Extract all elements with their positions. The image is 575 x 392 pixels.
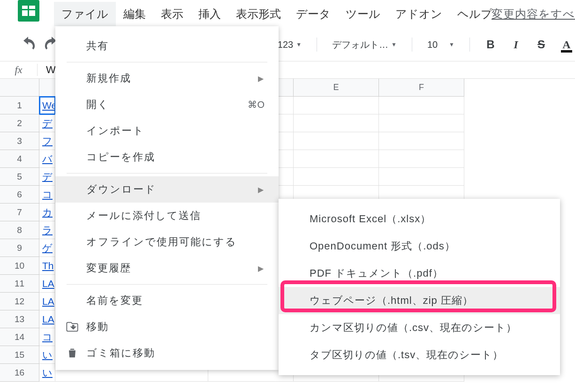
separator <box>469 38 470 52</box>
menu-email-attachment[interactable]: メールに添付して送信 <box>55 203 279 229</box>
cell[interactable]: We <box>39 97 55 114</box>
row-header[interactable]: 4 <box>0 150 39 168</box>
menu-addons[interactable]: アドオン <box>388 2 450 26</box>
cell[interactable] <box>379 150 464 168</box>
formula-input[interactable]: W <box>38 64 56 76</box>
cell[interactable]: フ <box>39 132 55 150</box>
row-header[interactable]: 6 <box>0 186 39 204</box>
font-label: デフォルト… <box>332 38 388 51</box>
cell[interactable] <box>379 132 464 150</box>
cell[interactable]: LA <box>39 310 55 328</box>
menu-tools[interactable]: ツール <box>338 2 388 26</box>
submenu-arrow-icon: ▶ <box>258 74 265 83</box>
menu-move[interactable]: 移動 <box>55 314 279 340</box>
menu-share[interactable]: 共有 <box>55 33 279 59</box>
number-format-label: 123 <box>278 39 293 50</box>
cell[interactable] <box>379 168 464 186</box>
cell[interactable] <box>294 97 379 114</box>
cell[interactable] <box>379 114 464 132</box>
download-ods[interactable]: OpenDocument 形式（.ods） <box>279 233 560 260</box>
cell[interactable]: バ <box>39 150 55 168</box>
row-header[interactable]: 9 <box>0 239 39 257</box>
menu-new[interactable]: 新規作成▶ <box>55 65 279 91</box>
separator <box>412 38 412 52</box>
cell[interactable]: ゲ <box>39 239 55 257</box>
row-header[interactable]: 14 <box>0 328 39 346</box>
menu-make-copy[interactable]: コピーを作成 <box>55 144 279 170</box>
menu-offline[interactable]: オフラインで使用可能にする <box>55 229 279 255</box>
text-color-button[interactable]: A <box>558 36 575 53</box>
shortcut-label: ⌘O <box>248 99 265 110</box>
chevron-down-icon: ▼ <box>391 41 397 48</box>
cell[interactable] <box>294 132 379 150</box>
cell[interactable] <box>379 97 464 114</box>
download-tsv[interactable]: タブ区切りの値（.tsv、現在のシート） <box>279 341 560 369</box>
row-header[interactable]: 16 <box>0 364 39 382</box>
download-pdf[interactable]: PDF ドキュメント（.pdf） <box>279 260 560 287</box>
submenu-arrow-icon: ▶ <box>258 185 265 194</box>
download-xlsx[interactable]: Microsoft Excel（.xlsx） <box>279 205 560 233</box>
menu-data[interactable]: データ <box>288 2 338 26</box>
menu-file[interactable]: ファイル <box>54 2 116 26</box>
submenu-arrow-icon: ▶ <box>258 264 265 273</box>
bold-button[interactable]: B <box>482 36 499 53</box>
menubar: ファイル 編集 表示 挿入 表示形式 データ ツール アドオン ヘルプ <box>54 4 500 24</box>
cell[interactable]: ラ <box>39 221 55 239</box>
italic-button[interactable]: I <box>507 36 524 53</box>
cell[interactable]: い <box>39 364 55 382</box>
number-format-dropdown[interactable]: 123 ▼ <box>275 39 304 50</box>
trash-icon <box>66 347 79 360</box>
separator <box>67 62 267 62</box>
menu-edit[interactable]: 編集 <box>116 2 153 26</box>
row-header[interactable]: 7 <box>0 204 39 221</box>
fx-icon: fx <box>0 64 38 76</box>
separator <box>67 284 267 285</box>
column-header-f[interactable]: F <box>379 79 464 97</box>
download-html[interactable]: ウェブページ（.html、zip 圧縮） <box>279 287 560 314</box>
menu-view[interactable]: 表示 <box>153 2 191 26</box>
cell[interactable] <box>294 150 379 168</box>
cell[interactable]: コ <box>39 328 55 346</box>
column-header-e[interactable]: E <box>294 79 379 97</box>
cell[interactable]: Th <box>39 257 55 275</box>
font-size-dropdown[interactable]: 10 ▼ <box>424 39 457 50</box>
font-dropdown[interactable]: デフォルト… ▼ <box>329 38 400 51</box>
select-all-corner[interactable] <box>0 79 39 97</box>
changes-saved-link[interactable]: 変更内容をすべ <box>492 7 575 22</box>
undo-icon[interactable] <box>19 35 38 54</box>
font-size-label: 10 <box>427 39 438 50</box>
row-header[interactable]: 13 <box>0 310 39 328</box>
chevron-down-icon: ▼ <box>296 41 302 48</box>
cell[interactable]: い <box>39 346 55 364</box>
menu-version-history[interactable]: 変更履歴▶ <box>55 255 279 281</box>
cell[interactable] <box>294 114 379 132</box>
menu-trash[interactable]: ゴミ箱に移動 <box>55 340 279 366</box>
cell[interactable]: デ <box>39 168 55 186</box>
row-header[interactable]: 12 <box>0 293 39 310</box>
menu-download[interactable]: ダウンロード▶ <box>55 176 279 203</box>
cell[interactable]: LA <box>39 275 55 293</box>
row-header[interactable]: 2 <box>0 114 39 132</box>
menu-insert[interactable]: 挿入 <box>191 2 228 26</box>
sheets-logo-icon[interactable] <box>18 0 39 22</box>
cell[interactable]: LA <box>39 293 55 310</box>
strikethrough-button[interactable]: S <box>533 36 550 53</box>
cell[interactable]: カ <box>39 204 55 221</box>
menu-open[interactable]: 開く⌘O <box>55 91 279 118</box>
cell[interactable]: コ <box>39 186 55 204</box>
cell[interactable] <box>294 168 379 186</box>
menu-format[interactable]: 表示形式 <box>228 2 288 26</box>
row-header[interactable]: 5 <box>0 168 39 186</box>
row-header[interactable]: 10 <box>0 257 39 275</box>
menu-rename[interactable]: 名前を変更 <box>55 287 279 314</box>
download-csv[interactable]: カンマ区切りの値（.csv、現在のシート） <box>279 314 560 341</box>
row-header[interactable]: 11 <box>0 275 39 293</box>
cell[interactable]: デ <box>39 114 55 132</box>
column-header[interactable] <box>39 79 55 97</box>
menu-import[interactable]: インポート <box>55 118 279 144</box>
row-header[interactable]: 3 <box>0 132 39 150</box>
download-submenu: Microsoft Excel（.xlsx） OpenDocument 形式（.… <box>279 199 560 375</box>
row-header[interactable]: 15 <box>0 346 39 364</box>
row-header[interactable]: 1 <box>0 97 39 114</box>
row-header[interactable]: 8 <box>0 221 39 239</box>
